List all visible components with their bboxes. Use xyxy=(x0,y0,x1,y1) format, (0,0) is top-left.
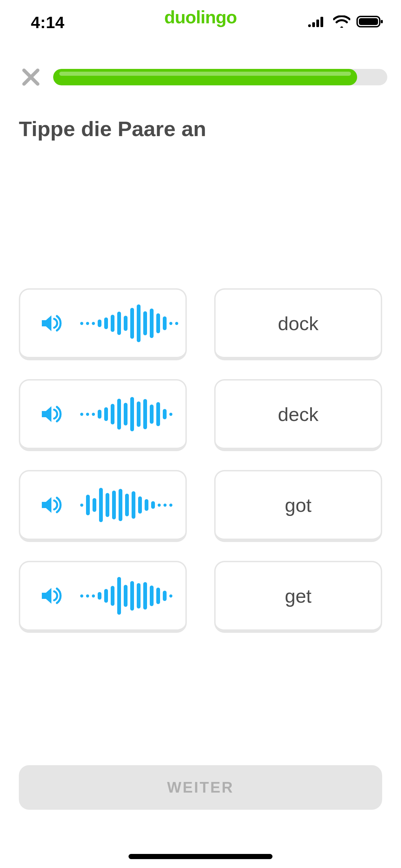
speaker-icon xyxy=(39,311,63,335)
duolingo-logo: duolingo xyxy=(164,7,236,27)
home-indicator[interactable] xyxy=(129,854,272,859)
status-icons xyxy=(308,15,384,29)
word-label: get xyxy=(285,585,312,607)
lesson-header xyxy=(0,38,401,89)
word-label: deck xyxy=(278,403,318,425)
word-label: dock xyxy=(278,312,318,335)
svg-rect-5 xyxy=(359,18,378,25)
waveform-icon xyxy=(80,486,172,524)
speaker-icon xyxy=(39,493,63,517)
word-card-deck[interactable]: deck xyxy=(214,379,382,451)
waveform-icon xyxy=(80,577,172,615)
status-bar: 4:14 duolingo xyxy=(0,0,401,38)
audio-card-3[interactable] xyxy=(19,470,187,542)
speaker-icon xyxy=(39,584,63,608)
status-time: 4:14 xyxy=(31,13,64,32)
speaker-icon xyxy=(39,402,63,426)
word-card-got[interactable]: got xyxy=(214,470,382,542)
continue-button[interactable]: WEITER xyxy=(19,765,382,810)
pair-grid: dock deck xyxy=(0,288,401,633)
wifi-icon xyxy=(333,15,350,29)
audio-card-4[interactable] xyxy=(19,561,187,633)
word-card-get[interactable]: get xyxy=(214,561,382,633)
progress-fill xyxy=(53,69,357,85)
svg-rect-3 xyxy=(320,17,323,27)
waveform-icon xyxy=(80,395,172,433)
progress-bar xyxy=(53,69,387,85)
svg-rect-2 xyxy=(316,20,319,27)
cellular-icon xyxy=(308,15,327,29)
waveform-icon xyxy=(80,304,178,342)
word-label: got xyxy=(285,494,312,516)
close-button[interactable] xyxy=(19,65,43,89)
audio-card-2[interactable] xyxy=(19,379,187,451)
word-card-dock[interactable]: dock xyxy=(214,288,382,360)
svg-rect-6 xyxy=(381,20,383,23)
svg-point-0 xyxy=(308,24,311,27)
close-icon xyxy=(21,67,41,87)
continue-wrap: WEITER xyxy=(19,765,382,810)
battery-icon xyxy=(356,15,384,29)
exercise-prompt: Tippe die Paare an xyxy=(0,89,401,141)
audio-card-1[interactable] xyxy=(19,288,187,360)
svg-rect-1 xyxy=(312,22,315,27)
